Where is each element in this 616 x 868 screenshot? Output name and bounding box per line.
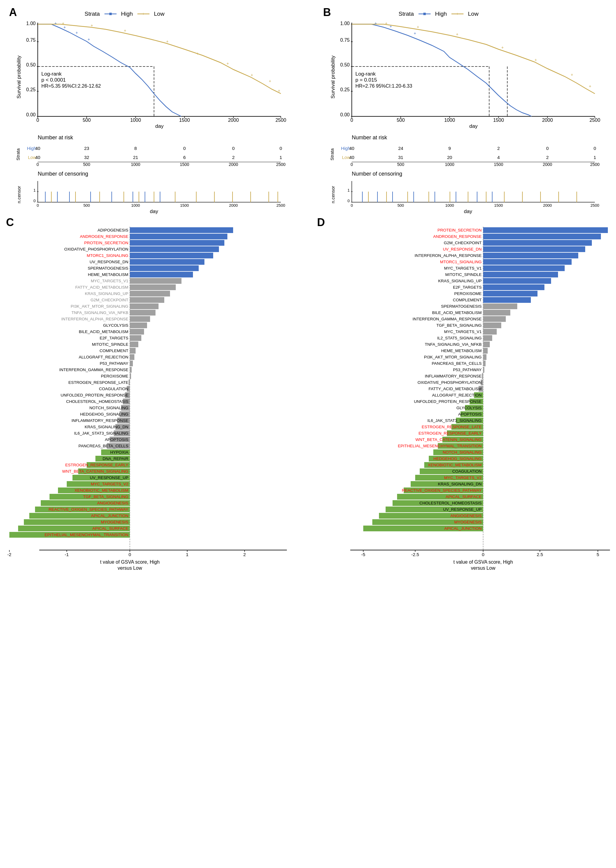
svg-text:0: 0 (482, 552, 484, 557)
svg-text:+: + (142, 12, 145, 16)
svg-text:MTORC1_SIGNALING: MTORC1_SIGNALING (86, 253, 128, 258)
svg-text:ESTROGEN_RESPONSE_EARLY: ESTROGEN_RESPONSE_EARLY (418, 431, 482, 435)
svg-text:0.00: 0.00 (26, 112, 36, 117)
svg-text:+: + (414, 31, 416, 36)
high-label-a: High (121, 11, 133, 17)
svg-text:WNT_BETA_CATENIN_SIGNALING: WNT_BETA_CATENIN_SIGNALING (415, 437, 482, 442)
strata-label-a: Strata (85, 11, 100, 17)
svg-text:APICAL_SURFACE: APICAL_SURFACE (93, 526, 128, 531)
svg-text:HEME_METABOLISM: HEME_METABOLISM (441, 348, 482, 353)
svg-rect-236 (130, 316, 150, 322)
svg-text:0: 0 (350, 203, 353, 208)
svg-text:UNFOLDED_PROTEIN_RESPONSE: UNFOLDED_PROTEIN_RESPONSE (61, 393, 128, 397)
svg-text:+: + (91, 23, 93, 28)
svg-text:CHOLESTEROL_HOMEOSTASIS: CHOLESTEROL_HOMEOSTASIS (420, 501, 482, 505)
svg-text:0: 0 (33, 198, 36, 203)
svg-text:2000: 2000 (543, 162, 552, 167)
svg-text:500: 500 (83, 118, 91, 123)
svg-text:+: + (456, 12, 458, 16)
svg-text:-2: -2 (7, 552, 11, 557)
censor-plot-a: Number of censoring n.censor 0 1 (15, 171, 293, 210)
svg-text:INTERFERON_GAMMA_RESPONSE: INTERFERON_GAMMA_RESPONSE (412, 317, 482, 321)
svg-rect-338 (483, 284, 544, 290)
risk-title-a: Number at risk (38, 134, 293, 141)
svg-text:P53_PATHWAY: P53_PATHWAY (100, 361, 128, 366)
svg-text:0: 0 (280, 146, 282, 151)
svg-text:2: 2 (497, 146, 500, 151)
svg-text:MITOTIC_SPINDLE: MITOTIC_SPINDLE (92, 342, 128, 347)
svg-text:UV_RESPONSE_DN: UV_RESPONSE_DN (90, 260, 128, 264)
svg-text:CHOLESTEROL_HOMEOSTASIS: CHOLESTEROL_HOMEOSTASIS (66, 399, 128, 404)
svg-text:1: 1 (33, 188, 36, 192)
svg-text:0: 0 (347, 198, 350, 203)
svg-text:HYPOXIA: HYPOXIA (110, 450, 128, 455)
svg-text:1500: 1500 (494, 203, 503, 208)
svg-text:2500: 2500 (276, 162, 285, 167)
svg-rect-332 (483, 265, 565, 271)
svg-text:DNA_REPAIR: DNA_REPAIR (103, 456, 129, 461)
svg-text:INFLAMMATORY_RESPONSE: INFLAMMATORY_RESPONSE (72, 418, 128, 423)
svg-text:9: 9 (448, 146, 451, 151)
svg-text:1500: 1500 (180, 203, 189, 208)
svg-rect-366 (482, 373, 483, 379)
svg-text:0: 0 (183, 146, 186, 151)
svg-text:32: 32 (84, 155, 90, 160)
svg-rect-232 (130, 303, 159, 309)
svg-text:2000: 2000 (229, 162, 238, 167)
svg-rect-234 (130, 310, 156, 315)
svg-text:1500: 1500 (180, 162, 189, 167)
svg-text:PEROXISOME: PEROXISOME (101, 374, 128, 378)
svg-text:KRAS_SIGNALING_UP: KRAS_SIGNALING_UP (438, 279, 482, 283)
svg-text:TGF_BETA_SIGNALING: TGF_BETA_SIGNALING (83, 495, 128, 499)
svg-rect-106 (423, 13, 426, 15)
svg-text:INTERFERON_ALPHA_RESPONSE: INTERFERON_ALPHA_RESPONSE (61, 317, 128, 321)
svg-text:n.censor: n.censor (16, 186, 22, 203)
svg-rect-212 (130, 240, 224, 246)
svg-text:1500: 1500 (493, 118, 504, 123)
svg-text:EPITHELIAL_MESENCHYMAL_TRANSIT: EPITHELIAL_MESENCHYMAL_TRANSITION (398, 444, 482, 448)
svg-text:1500: 1500 (179, 118, 190, 123)
low-label-b: Low (468, 11, 479, 17)
svg-text:+: + (456, 32, 458, 36)
svg-text:+: + (62, 21, 64, 26)
svg-rect-210 (130, 234, 227, 239)
svg-text:PANCREAS_BETA_CELLS: PANCREAS_BETA_CELLS (432, 361, 482, 366)
svg-rect-248 (130, 354, 134, 360)
svg-text:ANGIOGENESIS: ANGIOGENESIS (450, 514, 482, 518)
svg-text:Strata: Strata (330, 148, 335, 161)
svg-text:HEDGEHOG_SIGNALING: HEDGEHOG_SIGNALING (433, 456, 482, 461)
svg-text:6: 6 (183, 155, 186, 160)
svg-rect-228 (130, 291, 170, 296)
svg-text:High: High (27, 146, 36, 151)
svg-text:t value of GSVA score, High: t value of GSVA score, High (453, 559, 513, 565)
svg-text:0: 0 (36, 118, 39, 123)
svg-text:XENOBIOTIC_METABOLISM: XENOBIOTIC_METABOLISM (428, 463, 482, 467)
svg-text:0.75: 0.75 (340, 38, 350, 43)
svg-text:GLYCOLYSIS: GLYCOLYSIS (103, 323, 128, 328)
svg-text:21: 21 (133, 155, 138, 160)
svg-text:500: 500 (397, 118, 405, 123)
svg-rect-328 (483, 253, 578, 258)
svg-rect-364 (483, 367, 484, 373)
risk-title-b: Number at risk (352, 134, 607, 141)
svg-text:500: 500 (83, 203, 90, 208)
panel-a: A Strata High + Low Survival probability… (6, 3, 302, 208)
svg-text:0: 0 (232, 146, 235, 151)
svg-text:0.50: 0.50 (340, 62, 350, 68)
svg-text:PI3K_AKT_MTOR_SIGNALING: PI3K_AKT_MTOR_SIGNALING (71, 304, 128, 309)
svg-text:XENOBIOTIC_METABOLISM: XENOBIOTIC_METABOLISM (75, 488, 128, 493)
svg-text:ALLOGRAFT_REJECTION: ALLOGRAFT_REJECTION (432, 393, 482, 397)
svg-text:0.00: 0.00 (340, 112, 350, 117)
svg-rect-334 (483, 272, 558, 277)
svg-text:INFLAMMATORY_RESPONSE: INFLAMMATORY_RESPONSE (425, 374, 482, 378)
svg-text:ANGIOGENESIS: ANGIOGENESIS (97, 501, 128, 505)
svg-text:day: day (155, 123, 163, 129)
svg-text:KRAS_SIGNALING_DN: KRAS_SIGNALING_DN (85, 425, 128, 429)
svg-rect-354 (483, 335, 492, 341)
svg-rect-246 (130, 348, 135, 354)
svg-text:APICAL_JUNCTION: APICAL_JUNCTION (444, 526, 482, 531)
svg-text:Survival probability: Survival probability (16, 55, 22, 99)
svg-text:2500: 2500 (277, 203, 285, 208)
svg-text:24: 24 (398, 146, 404, 151)
svg-text:500: 500 (397, 162, 404, 167)
